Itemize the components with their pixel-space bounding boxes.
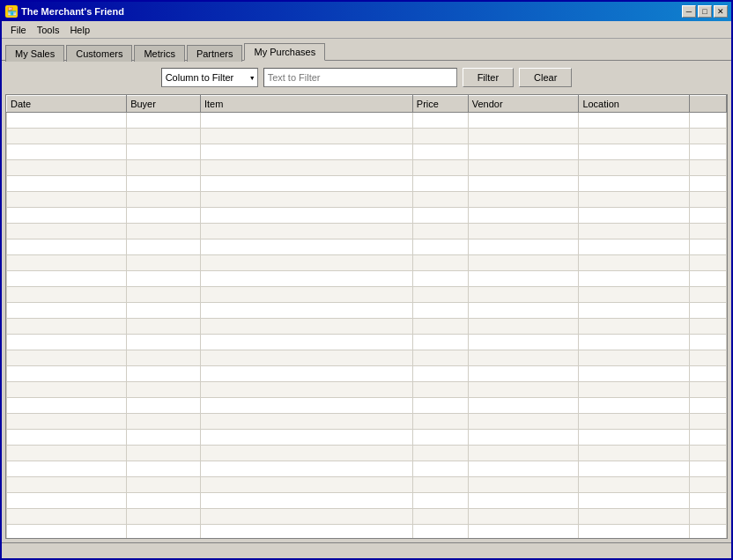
main-window: 🏪 The Merchant's Friend ─ □ ✕ File Tools… [0, 0, 733, 560]
table-row [7, 255, 727, 271]
maximize-button[interactable]: □ [698, 5, 712, 18]
table-row [7, 176, 727, 192]
close-button[interactable]: ✕ [714, 5, 728, 18]
tab-my-purchases[interactable]: My Purchases [244, 43, 325, 61]
status-bar [2, 542, 731, 558]
table-row [7, 335, 727, 350]
table-row [7, 192, 727, 208]
title-bar: 🏪 The Merchant's Friend ─ □ ✕ [2, 2, 731, 21]
tab-partners[interactable]: Partners [187, 45, 243, 62]
content-area: Column to Filter Filter Clear Date Buyer… [2, 60, 731, 542]
table-row [7, 271, 727, 287]
table-container: Date Buyer Item Price Vendor Location [5, 94, 728, 539]
table-row [7, 239, 727, 255]
tabs-bar: My Sales Customers Metrics Partners My P… [2, 39, 731, 60]
table-header-row: Date Buyer Item Price Vendor Location [7, 96, 727, 113]
table-row [7, 113, 727, 129]
clear-button[interactable]: Clear [519, 68, 572, 87]
menu-help[interactable]: Help [64, 23, 95, 37]
table-row [7, 477, 727, 493]
tab-my-sales[interactable]: My Sales [5, 45, 64, 62]
window-title: The Merchant's Friend [21, 6, 124, 17]
table-row [7, 287, 727, 303]
col-header-extra [690, 96, 727, 113]
table-row [7, 208, 727, 224]
menu-bar: File Tools Help [2, 21, 731, 39]
col-header-price: Price [412, 96, 468, 113]
tab-customers[interactable]: Customers [66, 45, 132, 62]
table-row [7, 382, 727, 398]
menu-file[interactable]: File [5, 23, 32, 37]
table-row [7, 366, 727, 382]
col-header-vendor: Vendor [468, 96, 579, 113]
text-filter-input[interactable] [263, 68, 457, 87]
table-row [7, 446, 727, 461]
tab-metrics[interactable]: Metrics [134, 45, 184, 62]
col-header-buyer: Buyer [127, 96, 201, 113]
table-row [7, 224, 727, 239]
table-row [7, 350, 727, 366]
menu-tools[interactable]: Tools [32, 23, 65, 37]
table-row [7, 303, 727, 319]
column-filter-select[interactable]: Column to Filter [161, 68, 258, 87]
col-header-location: Location [579, 96, 690, 113]
column-select-wrapper: Column to Filter [161, 68, 258, 87]
table-row [7, 414, 727, 430]
table-row [7, 144, 727, 160]
title-buttons: ─ □ ✕ [682, 5, 728, 18]
minimize-button[interactable]: ─ [682, 5, 696, 18]
table-row [7, 160, 727, 176]
table-row [7, 129, 727, 144]
table-row [7, 398, 727, 414]
purchases-table: Date Buyer Item Price Vendor Location [6, 95, 727, 539]
col-header-date: Date [7, 96, 127, 113]
table-row [7, 509, 727, 525]
filter-bar: Column to Filter Filter Clear [2, 61, 731, 94]
title-bar-left: 🏪 The Merchant's Friend [5, 5, 124, 18]
table-row [7, 430, 727, 446]
app-icon: 🏪 [5, 5, 18, 18]
filter-button[interactable]: Filter [463, 68, 514, 87]
table-row [7, 461, 727, 477]
table-row [7, 319, 727, 335]
table-row [7, 493, 727, 509]
table-row [7, 525, 727, 540]
col-header-item: Item [200, 96, 412, 113]
